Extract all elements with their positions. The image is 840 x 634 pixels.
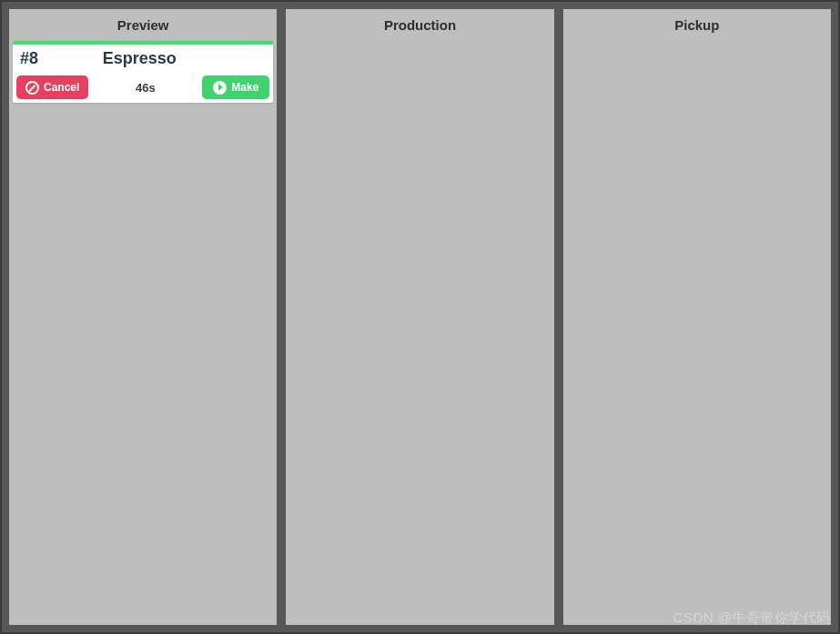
column-production: Production <box>286 9 553 625</box>
column-body-production <box>286 41 553 625</box>
column-pickup: Pickup <box>563 9 831 625</box>
column-header-production: Production <box>286 9 553 41</box>
kanban-board: Preview #8 Espresso Cancel 46s <box>0 0 840 634</box>
cancel-button-label: Cancel <box>44 81 79 94</box>
column-body-pickup <box>563 41 831 625</box>
cancel-icon <box>25 81 39 95</box>
column-header-pickup: Pickup <box>563 9 831 41</box>
order-card-actions: Cancel 46s Make <box>13 72 273 103</box>
make-button-label: Make <box>231 81 258 94</box>
order-timer: 46s <box>94 81 197 95</box>
order-id: #8 <box>20 49 38 68</box>
order-name: Espresso <box>38 49 266 68</box>
order-card: #8 Espresso Cancel 46s Make <box>13 41 273 103</box>
make-button[interactable]: Make <box>202 75 269 99</box>
column-header-preview: Preview <box>9 9 277 41</box>
column-body-preview: #8 Espresso Cancel 46s Make <box>9 41 277 625</box>
column-preview: Preview #8 Espresso Cancel 46s <box>9 9 277 625</box>
arrow-right-icon <box>213 81 227 95</box>
order-card-header: #8 Espresso <box>13 45 273 72</box>
cancel-button[interactable]: Cancel <box>16 75 88 99</box>
